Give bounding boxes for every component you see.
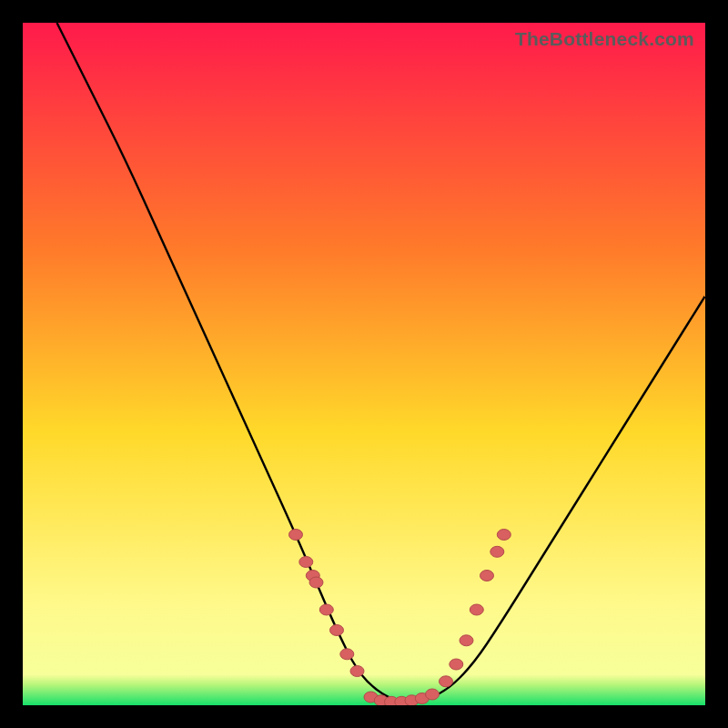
data-point	[350, 666, 364, 677]
data-point	[450, 659, 463, 670]
gradient-background	[23, 23, 705, 705]
data-point	[340, 649, 354, 660]
data-point	[319, 604, 333, 615]
chart-canvas	[23, 23, 705, 705]
watermark-text: TheBottleneck.com	[515, 28, 694, 50]
chart-frame: TheBottleneck.com	[23, 23, 705, 705]
data-point	[330, 625, 344, 636]
data-point	[460, 635, 473, 646]
data-point	[480, 571, 494, 581]
data-point	[299, 557, 313, 568]
data-point	[490, 546, 504, 557]
data-point	[470, 604, 483, 615]
data-point	[426, 689, 440, 700]
data-point	[309, 577, 323, 588]
data-point	[497, 530, 511, 541]
data-point	[440, 676, 453, 687]
data-point	[289, 530, 303, 541]
